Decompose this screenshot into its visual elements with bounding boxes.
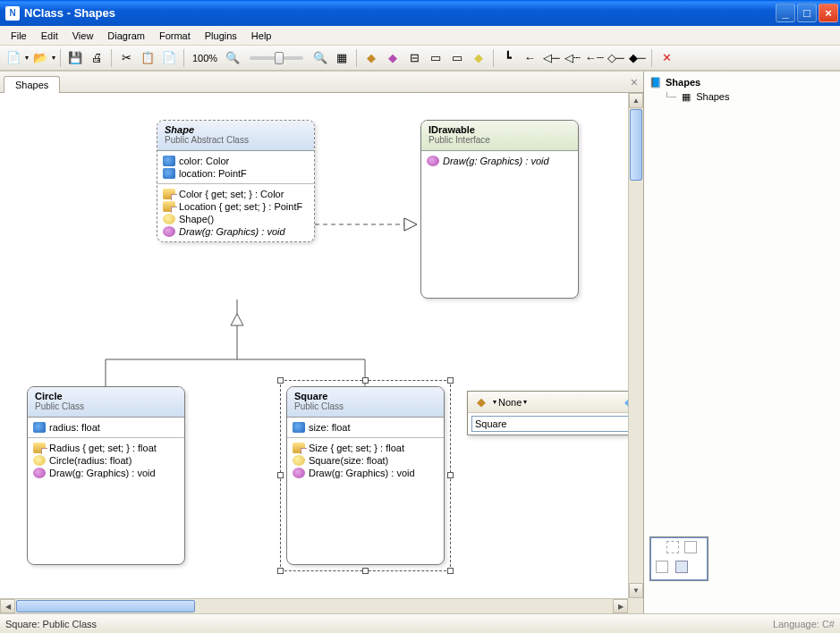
method-icon	[427, 156, 439, 166]
tree-line-icon: └─	[664, 92, 676, 102]
menu-bar: File Edit View Diagram Format Plugins He…	[0, 26, 840, 46]
new-note-button[interactable]: ◆	[469, 48, 488, 68]
class-idrawable-type: Public Interface	[428, 135, 571, 145]
class-idrawable[interactable]: IDrawable Public Interface Draw(g: Graph…	[420, 120, 579, 299]
property-icon	[163, 189, 175, 199]
access-dropdown[interactable]: ◆	[471, 392, 491, 412]
maximize-button[interactable]: □	[797, 4, 817, 22]
rel-compose-button[interactable]: ◆─	[627, 48, 647, 68]
horizontal-scrollbar[interactable]: ◀ ▶	[0, 598, 628, 613]
rel-realize-button[interactable]: ◁┄	[563, 48, 582, 68]
menu-edit[interactable]: Edit	[34, 28, 65, 44]
app-icon: N	[5, 6, 20, 21]
zoom-level[interactable]: 100%	[189, 53, 221, 63]
class-idrawable-name: IDrawable	[428, 124, 571, 135]
print-button[interactable]: 🖨	[87, 48, 106, 68]
document-tabstrip: Shapes ×	[0, 72, 643, 93]
field-label: radius: float	[49, 422, 100, 433]
selection-box[interactable]	[280, 380, 451, 571]
tree-root[interactable]: 📘 Shapes	[649, 75, 835, 89]
menu-file[interactable]: File	[4, 28, 34, 44]
member-label: Shape()	[179, 214, 214, 224]
member-editor-panel[interactable]: ◆ ▾ None ▾ ◆▾ ▭ ◆ ◆ ◆ A↓	[467, 391, 643, 435]
new-enum-button[interactable]: ▭	[426, 48, 445, 68]
member-label: Circle(radius: float)	[49, 455, 132, 466]
rel-direct-button[interactable]: ←	[520, 48, 539, 68]
tree-child[interactable]: └─ ▦ Shapes	[649, 89, 835, 104]
new-class-button[interactable]: ◆	[361, 48, 381, 68]
class-circle[interactable]: Circle Public Class radius: float Radius…	[27, 386, 185, 565]
menu-help[interactable]: Help	[244, 28, 279, 44]
constructor-icon	[163, 214, 175, 224]
svg-marker-1	[404, 218, 417, 231]
svg-marker-4	[231, 314, 243, 325]
cut-button[interactable]: ✂	[116, 48, 136, 68]
menu-plugins[interactable]: Plugins	[198, 28, 244, 44]
paste-button[interactable]: 📄	[159, 48, 179, 68]
copy-button[interactable]: 📋	[138, 48, 157, 68]
member-label: Draw(g: Graphics) : void	[49, 468, 156, 478]
method-icon	[163, 226, 175, 237]
member-label: Draw(g: Graphics) : void	[443, 156, 549, 166]
menu-format[interactable]: Format	[152, 28, 198, 44]
member-name-input[interactable]	[471, 416, 643, 432]
menu-view[interactable]: View	[65, 28, 101, 44]
status-bar: Square: Public Class Language: C#	[0, 613, 840, 633]
zoom-out-button[interactable]: 🔍	[223, 48, 242, 68]
property-icon	[33, 443, 46, 453]
field-label: color: Color	[179, 156, 229, 166]
member-label: Draw(g: Graphics) : void	[179, 226, 285, 237]
field-label: location: PointF	[179, 168, 247, 179]
class-shape-type: Public Abstract Class	[165, 135, 307, 145]
tab-shapes[interactable]: Shapes	[4, 76, 60, 93]
new-interface-button[interactable]: ◆	[383, 48, 403, 68]
diagram-canvas[interactable]: Shape Public Abstract Class color: Color…	[0, 93, 643, 613]
access-label: None	[498, 397, 522, 408]
new-struct-button[interactable]: ⊟	[404, 48, 424, 68]
member-label: Location { get; set; } : PointF	[179, 201, 302, 212]
tab-close-button[interactable]: ×	[631, 75, 638, 89]
constructor-icon	[33, 455, 46, 466]
zoom-in-button[interactable]: 🔍	[310, 48, 330, 68]
model-explorer-panel: 📘 Shapes └─ ▦ Shapes	[643, 72, 840, 613]
status-language: Language: C#	[773, 619, 835, 629]
save-button[interactable]: 💾	[65, 48, 85, 68]
open-button[interactable]: 📂	[30, 48, 50, 68]
new-button[interactable]: 📄	[4, 48, 23, 68]
new-delegate-button[interactable]: ▭	[447, 48, 467, 68]
field-icon	[163, 168, 175, 179]
menu-diagram[interactable]: Diagram	[100, 28, 152, 44]
method-icon	[33, 468, 46, 478]
tree-child-label: Shapes	[696, 91, 729, 102]
status-left: Square: Public Class	[5, 619, 97, 629]
class-shape-name: Shape	[165, 124, 307, 135]
diagram-icon: ▦	[680, 90, 692, 103]
minimize-button[interactable]: _	[776, 4, 795, 22]
field-icon	[33, 422, 46, 433]
rel-association-button[interactable]: ┗	[498, 48, 518, 68]
class-circle-name: Circle	[35, 391, 177, 401]
toolbar: 📄▾ 📂▾ 💾 🖨 ✂ 📋 📄 100% 🔍 🔍 ▦ ◆ ◆ ⊟ ▭ ▭ ◆ ┗…	[0, 46, 840, 71]
rel-aggregate-button[interactable]: ◇─	[606, 48, 625, 68]
tree-root-label: Shapes	[666, 77, 700, 88]
zoom-slider[interactable]	[250, 56, 303, 60]
field-icon	[163, 156, 175, 166]
delete-button[interactable]: ✕	[657, 48, 676, 68]
diagram-overview[interactable]	[649, 536, 708, 581]
vertical-scrollbar[interactable]: ▲ ▼	[628, 93, 643, 598]
rel-inherit-button[interactable]: ◁─	[541, 48, 561, 68]
window-titlebar: N NClass - Shapes _ □ ×	[0, 0, 840, 26]
project-icon: 📘	[649, 76, 662, 89]
member-label: Color { get; set; } : Color	[179, 189, 284, 199]
svg-marker-2	[404, 218, 417, 231]
class-shape[interactable]: Shape Public Abstract Class color: Color…	[157, 120, 315, 242]
window-title: NClass - Shapes	[24, 6, 115, 20]
class-circle-type: Public Class	[35, 401, 177, 411]
zoom-fit-button[interactable]: ▦	[332, 48, 352, 68]
rel-depend-button[interactable]: ←┄	[584, 48, 604, 68]
member-label: Radius { get; set; } : float	[49, 443, 157, 453]
close-button[interactable]: ×	[819, 4, 838, 22]
property-icon	[163, 201, 175, 212]
